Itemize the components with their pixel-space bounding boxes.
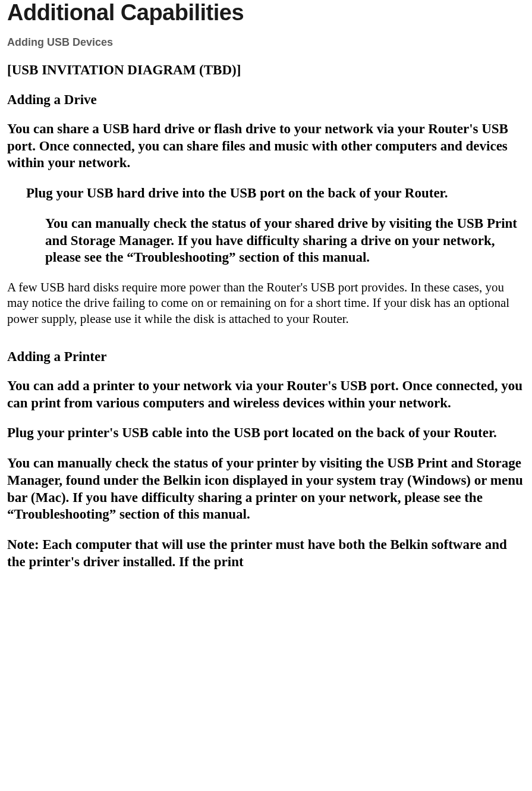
drive-plug-step: Plug your USB hard drive into the USB po… [26, 185, 525, 202]
diagram-placeholder: [USB INVITATION DIAGRAM (TBD)] [7, 62, 525, 79]
printer-driver-note: Note: Each computer that will use the pr… [7, 536, 525, 571]
page-title: Additional Capabilities [7, 0, 525, 26]
adding-printer-heading: Adding a Printer [7, 349, 525, 365]
printer-plug-step: Plug your printer's USB cable into the U… [7, 425, 525, 442]
drive-check-step: You can manually check the status of you… [45, 215, 525, 266]
printer-check-step: You can manually check the status of you… [7, 455, 525, 523]
drive-power-note: A few USB hard disks require more power … [7, 280, 525, 327]
adding-drive-heading: Adding a Drive [7, 92, 525, 108]
printer-intro-paragraph: You can add a printer to your network vi… [7, 378, 525, 412]
usb-devices-subheading: Adding USB Devices [7, 36, 525, 49]
drive-intro-paragraph: You can share a USB hard drive or flash … [7, 121, 525, 172]
